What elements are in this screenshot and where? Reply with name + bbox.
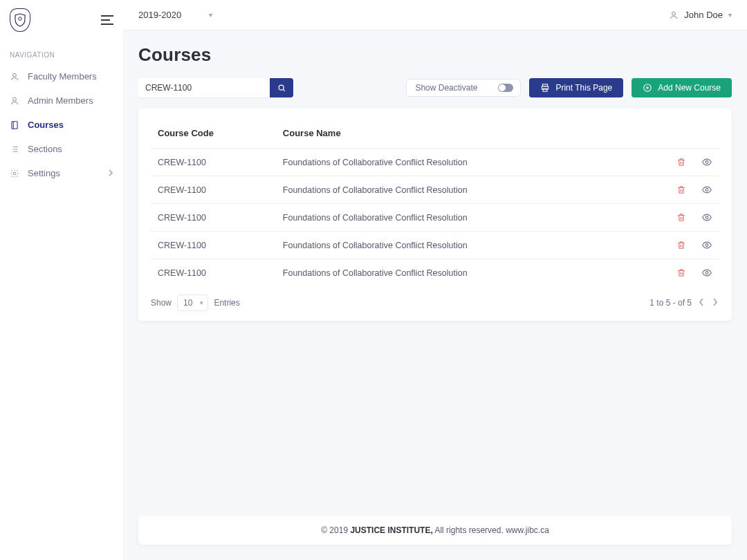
delete-row-button[interactable]	[676, 157, 686, 167]
sidebar-item-label: Settings	[28, 168, 60, 178]
page-title: Courses	[138, 44, 732, 66]
sidebar-item-faculty-members[interactable]: Faculty Members	[0, 64, 123, 88]
paginator: 1 to 5 - of 5	[649, 297, 719, 308]
svg-rect-3	[12, 121, 17, 129]
delete-row-button[interactable]	[676, 268, 686, 278]
sidebar: NAVIGATION Faculty Members Admin Members…	[0, 0, 123, 560]
cell-course-code: CREW-1100	[151, 176, 276, 204]
sidebar-item-settings[interactable]: Settings	[0, 161, 123, 185]
eye-icon	[701, 157, 712, 167]
cell-course-name: Foundations of Collaborative Conflict Re…	[276, 259, 640, 287]
footer-copyright-prefix: © 2019	[321, 525, 350, 535]
cell-course-name: Foundations of Collaborative Conflict Re…	[276, 204, 640, 232]
year-selector-value: 2019-2020	[138, 10, 181, 20]
search-wrap	[138, 78, 293, 97]
user-menu[interactable]: John Doe ▾	[669, 10, 732, 20]
view-row-button[interactable]	[701, 268, 712, 278]
sidebar-item-label: Faculty Members	[28, 71, 97, 82]
cell-course-name: Foundations of Collaborative Conflict Re…	[276, 232, 640, 259]
delete-row-button[interactable]	[676, 212, 686, 223]
user-icon	[669, 10, 679, 20]
svg-point-14	[706, 244, 708, 247]
cell-actions	[640, 204, 719, 232]
sidebar-item-label: Courses	[28, 120, 64, 130]
chevron-down-icon: ▾	[209, 11, 212, 19]
shield-icon	[14, 13, 26, 27]
svg-point-6	[279, 85, 284, 90]
cell-course-name: Foundations of Collaborative Conflict Re…	[276, 176, 640, 204]
table-row[interactable]: CREW-1100Foundations of Collaborative Co…	[151, 176, 719, 204]
svg-point-5	[672, 12, 676, 15]
eye-icon	[701, 240, 712, 250]
view-row-button[interactable]	[701, 185, 712, 195]
chevron-down-icon: ▾	[200, 299, 203, 306]
search-input[interactable]	[138, 78, 270, 97]
svg-point-2	[13, 97, 17, 101]
col-header-code[interactable]: Course Code	[151, 121, 276, 149]
sidebar-item-admin-members[interactable]: Admin Members	[0, 88, 123, 113]
sidebar-item-label: Admin Members	[28, 95, 93, 106]
search-button[interactable]	[270, 78, 293, 97]
svg-point-13	[706, 216, 708, 219]
footer-rest: All rights reserved. www.jibc.ca	[433, 525, 549, 535]
svg-point-4	[13, 172, 16, 175]
print-page-button[interactable]: Print This Page	[529, 78, 623, 97]
chevron-right-icon	[712, 298, 718, 306]
content: Courses Show Deactivate Print This Page …	[123, 30, 747, 516]
cell-course-code: CREW-1100	[151, 259, 276, 287]
view-row-button[interactable]	[701, 212, 712, 223]
cell-actions	[640, 259, 719, 287]
view-row-button[interactable]	[701, 240, 712, 250]
table-row[interactable]: CREW-1100Foundations of Collaborative Co…	[151, 232, 719, 259]
entries-label: Entries	[214, 298, 239, 308]
chevron-down-icon: ▾	[728, 11, 732, 19]
eye-icon	[701, 185, 712, 195]
show-deactivate-label: Show Deactivate	[415, 83, 477, 93]
year-selector[interactable]: 2019-2020 ▾	[138, 10, 212, 20]
next-page-button[interactable]	[711, 297, 719, 308]
topbar: 2019-2020 ▾ John Doe ▾	[123, 0, 747, 30]
brand-logo[interactable]	[10, 8, 30, 32]
svg-rect-9	[544, 88, 548, 91]
table-footer: Show 10 ▾ Entries 1 to 5 - of 5	[151, 286, 719, 311]
plus-circle-icon	[643, 83, 652, 93]
courses-card: Course Code Course Name CREW-1100Foundat…	[138, 109, 732, 321]
footer-brand: JUSTICE INSTITUTE,	[350, 525, 432, 535]
sidebar-item-sections[interactable]: Sections	[0, 137, 123, 161]
printer-icon	[540, 83, 550, 93]
sidebar-toggle-button[interactable]	[101, 15, 113, 25]
chevron-right-icon	[108, 168, 113, 178]
view-row-button[interactable]	[701, 157, 712, 167]
add-course-button[interactable]: Add New Course	[631, 78, 732, 97]
book-icon	[10, 120, 19, 130]
cell-course-name: Foundations of Collaborative Conflict Re…	[276, 149, 640, 176]
svg-point-12	[706, 189, 708, 192]
cell-actions	[640, 176, 719, 204]
col-header-name[interactable]: Course Name	[276, 121, 640, 149]
delete-row-button[interactable]	[676, 240, 686, 250]
prev-page-button[interactable]	[697, 297, 706, 308]
entries-control: Show 10 ▾ Entries	[151, 295, 240, 311]
cell-actions	[640, 232, 719, 259]
gear-icon	[10, 169, 19, 178]
svg-point-11	[706, 161, 708, 164]
user-icon	[10, 96, 19, 106]
sidebar-item-courses[interactable]: Courses	[0, 113, 123, 137]
add-course-label: Add New Course	[658, 83, 721, 93]
col-header-actions	[640, 121, 719, 149]
trash-icon	[676, 157, 686, 167]
table-row[interactable]: CREW-1100Foundations of Collaborative Co…	[151, 259, 719, 287]
svg-point-0	[19, 17, 22, 21]
nav-heading: NAVIGATION	[0, 44, 123, 64]
delete-row-button[interactable]	[676, 185, 686, 195]
trash-icon	[676, 240, 686, 250]
table-row[interactable]: CREW-1100Foundations of Collaborative Co…	[151, 204, 719, 232]
range-text: 1 to 5 - of 5	[649, 298, 692, 308]
eye-icon	[701, 212, 712, 223]
table-row[interactable]: CREW-1100Foundations of Collaborative Co…	[151, 149, 719, 176]
trash-icon	[676, 185, 686, 195]
cell-course-code: CREW-1100	[151, 204, 276, 232]
show-deactivate-toggle[interactable]	[498, 84, 513, 92]
toolbar: Show Deactivate Print This Page Add New …	[138, 78, 732, 97]
page-size-selector[interactable]: 10 ▾	[177, 295, 208, 311]
